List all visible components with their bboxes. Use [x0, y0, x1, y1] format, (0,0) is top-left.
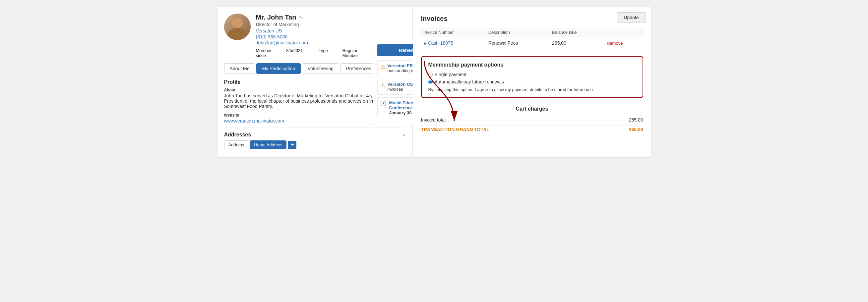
type-label: Type	[319, 48, 328, 58]
tab-about-me[interactable]: About Me	[224, 63, 255, 74]
addresses-section: Addresses ∧ Address Home Address +	[224, 132, 406, 149]
warning-icon-1: ⚠	[380, 64, 385, 70]
right-panel: Update Invoices Invoice Number Descripti…	[413, 7, 651, 158]
tab-volunteering[interactable]: Volunteering	[302, 63, 339, 74]
single-payment-label: Single payment	[435, 72, 467, 77]
invoice-total-value: 265.00	[629, 117, 643, 123]
member-since-value: 2/5/2021	[286, 48, 303, 58]
clock-icon: 🕐	[380, 101, 386, 107]
single-payment-row: Single payment	[428, 72, 636, 77]
profile-title: Director of Marketing	[256, 22, 425, 27]
grand-total-row: TRANSACTION GRAND TOTAL 265.00	[421, 125, 643, 133]
profile-section-title: Profile	[224, 79, 241, 85]
payment-options-box: Membership payment options Single paymen…	[421, 56, 643, 98]
addresses-collapse-icon[interactable]: ∧	[403, 132, 406, 137]
update-button[interactable]: Update	[617, 12, 646, 23]
table-row: ▶ Cash-18075 Renewal Fees 265.00 Remove	[421, 37, 643, 49]
payment-note: By selecting this option, I agree to all…	[428, 87, 636, 92]
notif-2-link[interactable]: Versaton US	[388, 82, 413, 87]
invoice-balance: 265.00	[549, 37, 604, 49]
auto-payment-row: Automatically pay future renewals	[428, 79, 636, 85]
address-tabs: Address Home Address +	[224, 140, 406, 149]
auto-payment-label: Automatically pay future renewals	[435, 79, 504, 85]
invoice-total-label: Invoice total	[421, 117, 446, 123]
grand-total-value: 265.00	[629, 127, 643, 132]
payment-options-title: Membership payment options	[428, 62, 636, 68]
notif-3-date: January 30	[389, 110, 412, 115]
tab-preferences[interactable]: Preferences	[341, 63, 377, 74]
auto-payment-radio[interactable]	[428, 80, 433, 84]
type-value: Regular Member	[342, 48, 358, 58]
invoice-table: Invoice Number Description Balance Due ▶…	[421, 28, 643, 49]
cart-title: Cart charges	[421, 106, 643, 112]
invoice-description: Renewal Fees	[486, 37, 549, 49]
invoice-total-row: Invoice total 265.00	[421, 116, 643, 124]
edit-name-icon[interactable]: ✎	[299, 15, 302, 20]
invoice-expand-cell: ▶ Cash-18075	[421, 37, 486, 49]
profile-company[interactable]: Versaton US	[256, 28, 425, 33]
remove-button[interactable]: Remove	[607, 41, 623, 46]
member-since-label: Member since	[256, 48, 272, 58]
profile-phone[interactable]: (310) 388-5000	[256, 34, 425, 39]
profile-name: Mr. John Tan	[256, 13, 297, 21]
invoice-number-link[interactable]: Cash-18075	[428, 40, 453, 46]
address-tab-home[interactable]: Home Address	[250, 140, 286, 149]
address-tab-address[interactable]: Address	[224, 140, 249, 149]
cart-section: Cart charges Invoice total 265.00 TRANSA…	[421, 106, 643, 133]
addresses-section-header: Addresses ∧	[224, 132, 406, 138]
col-description: Description	[486, 28, 549, 37]
grand-total-label: TRANSACTION GRAND TOTAL	[421, 127, 489, 132]
add-address-button[interactable]: +	[288, 141, 297, 149]
col-invoice-number: Invoice Number	[421, 28, 486, 37]
single-payment-radio[interactable]	[428, 72, 433, 77]
col-balance-due: Balance Due	[549, 28, 604, 37]
expand-icon[interactable]: ▶	[424, 41, 427, 46]
avatar	[224, 13, 251, 40]
tab-my-participation[interactable]: My Participation	[256, 63, 301, 74]
warning-icon-2: ⚠	[380, 82, 385, 89]
invoices-title: Invoices	[421, 15, 643, 23]
addresses-title: Addresses	[224, 132, 251, 138]
